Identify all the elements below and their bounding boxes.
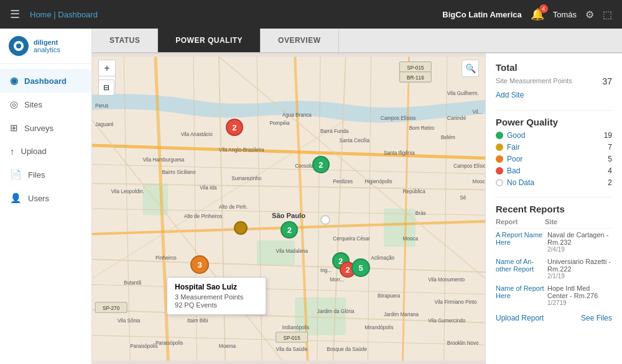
sidebar-item-dashboard[interactable]: ◉ Dashboard — [0, 69, 91, 93]
svg-text:SP-015: SP-015 — [284, 335, 301, 341]
report-date-2: 2/1/19 — [547, 273, 612, 280]
marker-count: 3 — [197, 260, 202, 270]
map-panel-row: SP-015 BR-116 SP-015 SP-270 São Paulo Vi… — [92, 53, 622, 364]
svg-text:Vila Monumento: Vila Monumento — [428, 277, 465, 283]
sidebar-label-upload: Upload — [21, 147, 47, 156]
report-link-2[interactable]: Name of An- other Report — [496, 258, 534, 273]
logout-icon[interactable]: ⬚ — [603, 9, 612, 20]
upload-report-link[interactable]: Upload Report — [496, 314, 544, 322]
dot-good — [496, 132, 503, 139]
svg-text:SP-270: SP-270 — [103, 306, 120, 311]
svg-text:Perus: Perus — [95, 103, 108, 109]
count-bad: 4 — [608, 166, 612, 175]
sidebar-item-sites[interactable]: ◎ Sites — [0, 93, 91, 116]
pq-stats: Good 19 Fair 7 — [496, 131, 612, 187]
svg-text:Vil...: Vil... — [473, 109, 483, 115]
svg-text:Vila Ida: Vila Ida — [200, 185, 216, 191]
logo-area: diligent analytics — [0, 29, 91, 64]
sidebar-item-files[interactable]: 📄 Files — [0, 163, 91, 186]
tab-power-quality[interactable]: POWER QUALITY — [158, 29, 261, 52]
svg-text:Itaim Bibi: Itaim Bibi — [187, 318, 208, 324]
report-site-3: Hope Intl Med Center - Rm.276 — [547, 284, 598, 299]
settings-icon[interactable]: ⚙ — [585, 9, 594, 20]
label-good[interactable]: Good — [507, 131, 525, 140]
svg-text:Brás: Brás — [415, 211, 426, 216]
svg-text:Vila da Saúde: Vila da Saúde — [276, 347, 308, 352]
svg-text:Água Branca: Água Branca — [282, 112, 312, 118]
map-marker-gold[interactable] — [234, 221, 248, 235]
users-icon: 👤 — [10, 193, 22, 204]
svg-text:Vila Hamburguesa: Vila Hamburguesa — [143, 157, 185, 163]
svg-point-2 — [16, 43, 21, 48]
svg-text:Campos Elísios: Campos Elísios — [381, 116, 416, 121]
label-nodata[interactable]: No Data — [507, 178, 534, 187]
stat-good: Good 19 — [496, 131, 612, 140]
sidebar-item-surveys[interactable]: ⊞ Surveys — [0, 116, 91, 140]
dot-nodata — [496, 179, 503, 186]
map-marker-green-1[interactable]: 2 — [312, 156, 330, 173]
svg-text:Vila Gumercindo: Vila Gumercindo — [428, 318, 466, 324]
svg-text:Santa Ifigênia: Santa Ifigênia — [384, 150, 415, 156]
report-link-1[interactable]: A Report Name Here — [496, 231, 542, 246]
svg-text:Belém: Belém — [441, 135, 455, 140]
add-site-link[interactable]: Add Site — [496, 91, 524, 99]
svg-text:Bom Retiro: Bom Retiro — [409, 125, 435, 131]
dot-poor — [496, 155, 503, 163]
total-title: Total — [496, 62, 612, 73]
svg-text:Brooklin Novo: Brooklin Novo — [447, 340, 479, 346]
label-bad[interactable]: Bad — [507, 166, 520, 175]
total-section: Total Site Measurement Points 37 Add Sit… — [496, 62, 612, 100]
see-files-link[interactable]: See Files — [581, 314, 612, 322]
svg-text:Alto de Pinheiros: Alto de Pinheiros — [184, 214, 223, 219]
svg-text:Aclimação: Aclimação — [371, 255, 395, 261]
svg-text:Mirandópolis: Mirandópolis — [364, 325, 393, 330]
map-marker-green-4[interactable]: 5 — [351, 258, 370, 277]
col-report: Report — [496, 218, 545, 229]
stat-nodata: No Data 2 — [496, 178, 612, 187]
marker-count: 2 — [346, 265, 350, 275]
org-name: BigCo Latin America — [442, 10, 521, 19]
measurement-label: Site Measurement Points — [496, 77, 572, 84]
main-layout: diligent analytics ◉ Dashboard ◎ Sites ⊞… — [0, 29, 622, 364]
map-marker-empty[interactable] — [320, 215, 330, 225]
surveys-icon: ⊞ — [10, 122, 18, 134]
stat-fair: Fair 7 — [496, 143, 612, 152]
map-search-button[interactable]: 🔍 — [462, 60, 479, 77]
label-fair[interactable]: Fair — [507, 143, 520, 152]
divider-1 — [496, 110, 612, 111]
report-site-1: Naval de Cartagen - Rm.232 — [547, 231, 608, 246]
map-marker-orange[interactable]: 3 — [190, 255, 209, 274]
breadcrumb-home[interactable]: Home — [30, 10, 52, 19]
measurement-value: 37 — [602, 76, 612, 86]
dashboard-icon: ◉ — [10, 75, 18, 86]
svg-text:Perdizes: Perdizes — [333, 179, 353, 184]
table-row: Name of An- other Report Universiario Ra… — [496, 255, 612, 282]
tab-status[interactable]: STATUS — [92, 29, 158, 52]
sidebar-item-upload[interactable]: ↑ Upload — [0, 140, 91, 163]
marker-count: 2 — [232, 123, 236, 132]
label-poor[interactable]: Poor — [507, 155, 522, 163]
map-container[interactable]: SP-015 BR-116 SP-015 SP-270 São Paulo Vi… — [92, 53, 485, 364]
svg-text:Vila Madalena: Vila Madalena — [276, 248, 309, 254]
power-quality-section: Power Quality Good 19 Fai — [496, 117, 612, 187]
report-link-3[interactable]: Name of Report Here — [496, 284, 544, 299]
pq-title: Power Quality — [496, 117, 612, 127]
sidebar-label-files: Files — [28, 170, 45, 180]
svg-text:Vila Anglo-Brasileira: Vila Anglo-Brasileira — [219, 147, 264, 153]
notification-bell[interactable]: 🔔 4 — [531, 7, 544, 21]
tabs-bar: STATUS POWER QUALITY OVERVIEW — [92, 29, 622, 53]
tooltip-line1: 3 Measurement Points — [175, 293, 258, 301]
top-navigation: ☰ Home | Dashboard BigCo Latin America 🔔… — [0, 0, 622, 29]
svg-text:Pompéia: Pompéia — [269, 121, 290, 126]
tab-overview[interactable]: OVERVIEW — [261, 29, 338, 52]
sidebar-item-users[interactable]: 👤 Users — [0, 186, 91, 210]
svg-text:Vila Guilherm.: Vila Guilherm. — [447, 91, 479, 96]
zoom-in-button[interactable]: + — [99, 60, 115, 76]
layer-button[interactable]: ⊟ — [98, 80, 114, 96]
hamburger-menu[interactable]: ☰ — [10, 7, 20, 21]
count-poor: 5 — [608, 155, 612, 163]
map-marker-red-1[interactable]: 2 — [226, 119, 243, 136]
count-fair: 7 — [608, 143, 612, 152]
marker-count: 2 — [318, 160, 323, 170]
svg-text:Vila Leopoldin.: Vila Leopoldin. — [111, 189, 144, 194]
